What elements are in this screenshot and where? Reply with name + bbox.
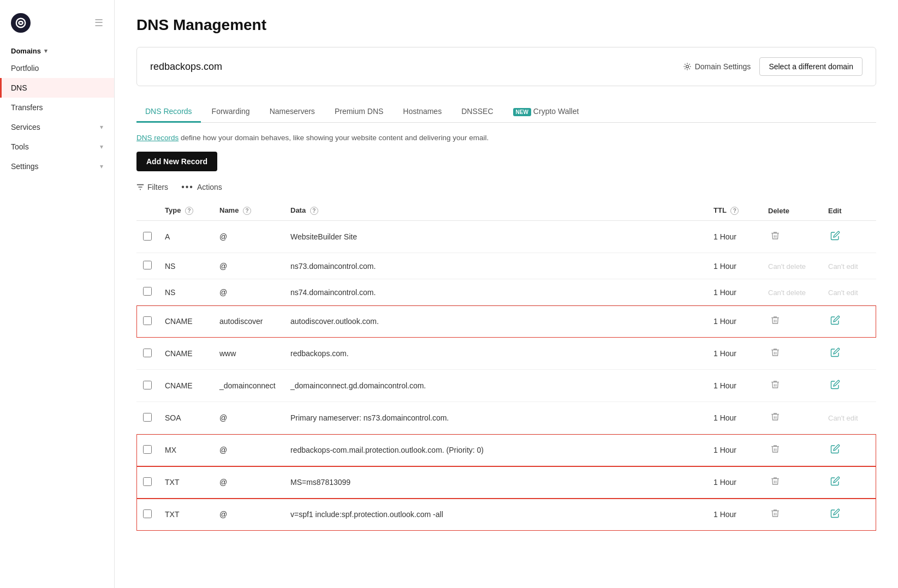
tab-dns-records[interactable]: DNS Records — [136, 101, 201, 123]
cell-edit: Can't edit — [822, 402, 876, 434]
sidebar-item-services[interactable]: Services ▾ — [0, 117, 114, 137]
edit-button[interactable] — [828, 442, 842, 458]
filters-bar: Filters ••• Actions — [136, 182, 876, 192]
tabs-bar: DNS RecordsForwardingNameserversPremium … — [136, 101, 876, 123]
type-help-icon[interactable]: ? — [185, 207, 193, 215]
actions-button[interactable]: ••• Actions — [181, 182, 222, 192]
domains-chevron-icon: ▾ — [44, 47, 47, 55]
edit-button[interactable] — [828, 474, 842, 490]
row-checkbox[interactable] — [143, 316, 152, 325]
delete-button[interactable] — [768, 442, 782, 458]
sidebar-item-transfers[interactable]: Transfers — [0, 98, 114, 117]
cant-edit-label: Can't edit — [828, 414, 858, 422]
cell-type: TXT — [158, 499, 213, 531]
delete-button[interactable] — [768, 345, 782, 362]
cell-delete — [762, 402, 822, 434]
sidebar: ☰ Domains ▾ Portfolio DNS Transfers Serv… — [0, 0, 115, 588]
row-checkbox[interactable] — [143, 287, 152, 296]
delete-button[interactable] — [768, 410, 782, 426]
sidebar-collapse-icon[interactable]: ☰ — [94, 17, 103, 29]
delete-button[interactable] — [768, 506, 782, 523]
edit-button[interactable] — [828, 313, 842, 329]
tab-dnssec[interactable]: DNSSEC — [453, 101, 502, 123]
edit-button[interactable] — [828, 345, 842, 362]
filters-label: Filters — [147, 183, 168, 191]
th-edit: Edit — [822, 201, 876, 221]
delete-button[interactable] — [768, 474, 782, 490]
cell-ttl: 1 Hour — [707, 402, 762, 434]
cell-delete — [762, 305, 822, 338]
cell-delete — [762, 434, 822, 466]
table-row: NS@ns73.domaincontrol.com.1 HourCan't de… — [136, 253, 876, 279]
cell-data: Primary nameserver: ns73.domaincontrol.c… — [284, 402, 707, 434]
select-domain-button[interactable]: Select a different domain — [759, 57, 863, 76]
cell-delete — [762, 370, 822, 402]
row-checkbox[interactable] — [143, 381, 152, 389]
row-checkbox[interactable] — [143, 261, 152, 269]
add-new-record-button[interactable]: Add New Record — [136, 152, 217, 171]
cell-ttl: 1 Hour — [707, 305, 762, 338]
sidebar-item-portfolio[interactable]: Portfolio — [0, 58, 114, 78]
row-checkbox[interactable] — [143, 349, 152, 357]
domain-settings-link[interactable]: Domain Settings — [683, 62, 751, 71]
dns-records-link[interactable]: DNS records — [136, 134, 179, 142]
delete-button[interactable] — [768, 229, 782, 245]
cell-edit: Can't edit — [822, 279, 876, 305]
tab-label: DNSSEC — [461, 107, 493, 116]
cell-name: _domainconnect — [213, 370, 284, 402]
row-checkbox[interactable] — [143, 232, 152, 241]
row-checkbox[interactable] — [143, 413, 152, 422]
cell-ttl: 1 Hour — [707, 338, 762, 370]
th-checkbox — [136, 201, 158, 221]
cell-data: _domainconnect.gd.domaincontrol.com. — [284, 370, 707, 402]
cell-delete: Can't delete — [762, 253, 822, 279]
tab-forwarding[interactable]: Forwarding — [203, 101, 259, 123]
cant-edit-label: Can't edit — [828, 262, 858, 271]
sidebar-item-settings[interactable]: Settings ▾ — [0, 157, 114, 176]
cell-edit — [822, 370, 876, 402]
sidebar-item-dns[interactable]: DNS — [0, 78, 114, 98]
cell-ttl: 1 Hour — [707, 499, 762, 531]
delete-button[interactable] — [768, 377, 782, 394]
tab-premium-dns[interactable]: Premium DNS — [326, 101, 392, 123]
row-checkbox[interactable] — [143, 509, 152, 518]
domain-name: redbackops.com — [150, 61, 222, 73]
cell-edit — [822, 499, 876, 531]
tab-hostnames[interactable]: Hostnames — [394, 101, 450, 123]
table-row: CNAME_domainconnect_domainconnect.gd.dom… — [136, 370, 876, 402]
cell-name: @ — [213, 466, 284, 499]
cell-data: v=spf1 include:spf.protection.outlook.co… — [284, 499, 707, 531]
sidebar-item-tools[interactable]: Tools ▾ — [0, 137, 114, 157]
cell-type: A — [158, 221, 213, 253]
tab-nameservers[interactable]: Nameservers — [261, 101, 324, 123]
cell-data: autodiscover.outlook.com. — [284, 305, 707, 338]
cant-edit-label: Can't edit — [828, 289, 858, 297]
tab-label: Hostnames — [403, 107, 442, 116]
row-checkbox[interactable] — [143, 477, 152, 486]
actions-dots-icon: ••• — [181, 182, 194, 192]
services-chevron-icon: ▾ — [100, 123, 103, 131]
cell-name: @ — [213, 253, 284, 279]
delete-button[interactable] — [768, 313, 782, 329]
cell-delete — [762, 338, 822, 370]
cant-delete-label: Can't delete — [768, 289, 806, 297]
table-row: CNAMEwwwredbackops.com.1 Hour — [136, 338, 876, 370]
filters-button[interactable]: Filters — [136, 183, 168, 191]
edit-button[interactable] — [828, 506, 842, 523]
sidebar-section-domains[interactable]: Domains ▾ — [0, 44, 114, 58]
ttl-help-icon[interactable]: ? — [730, 207, 739, 215]
cell-edit — [822, 305, 876, 338]
dns-description: DNS records define how your domain behav… — [136, 134, 876, 142]
data-help-icon[interactable]: ? — [310, 207, 318, 215]
edit-button[interactable] — [828, 377, 842, 394]
th-type: Type ? — [158, 201, 213, 221]
table-row: NS@ns74.domaincontrol.com.1 HourCan't de… — [136, 279, 876, 305]
edit-button[interactable] — [828, 229, 842, 245]
cell-name: www — [213, 338, 284, 370]
tab-crypto-wallet[interactable]: NEWCrypto Wallet — [504, 101, 588, 123]
row-checkbox[interactable] — [143, 445, 152, 454]
cell-ttl: 1 Hour — [707, 466, 762, 499]
page-title: DNS Management — [136, 16, 876, 34]
cell-edit — [822, 338, 876, 370]
name-help-icon[interactable]: ? — [243, 207, 251, 215]
